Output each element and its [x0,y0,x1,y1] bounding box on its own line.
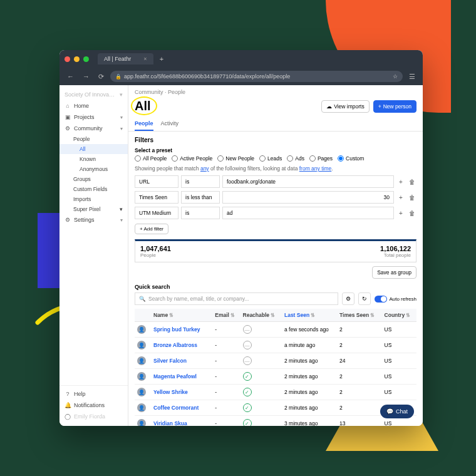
sidebar-item-groups[interactable]: Groups [59,174,128,184]
tab-title: All | Feathr [104,56,131,62]
add-filter-icon[interactable]: + [396,178,405,185]
person-name-link[interactable]: Viridian Skua [153,420,187,426]
column-header-reachable[interactable]: Reachable⇅ [241,309,282,322]
preset-ads[interactable]: Ads [287,155,304,162]
forward-button[interactable]: → [80,71,92,81]
user-icon: ◯ [65,413,71,420]
column-header-last-seen[interactable]: Last Seen⇅ [282,309,337,322]
auto-refresh-toggle[interactable]: Auto refresh [375,296,416,303]
sidebar-item-notifications[interactable]: 🔔Notifications [59,400,128,411]
sidebar-item-people[interactable]: People [59,134,128,144]
preset-new-people[interactable]: New People [217,155,254,162]
filter-row: Times Seenis less than30+🗑 [135,191,416,204]
close-window-icon[interactable] [65,56,70,62]
filter-operator-select[interactable]: is [181,207,220,219]
back-button[interactable]: ← [65,71,76,81]
table-row: 👤Magenta Peafowl-✓2 minutes ago2US [135,369,416,385]
chat-button[interactable]: 💬 Chat [380,405,414,418]
avatar: 👤 [137,403,146,412]
refresh-button[interactable]: ⟳ [96,71,106,82]
person-name-link[interactable]: Yellow Shrike [153,389,188,395]
sidebar-item-emily-fiorda[interactable]: ◯Emily Fiorda [59,411,128,422]
add-filter-icon[interactable]: + [396,210,405,217]
email-cell: - [212,400,240,416]
column-header-country[interactable]: Country⇅ [382,309,416,322]
sidebar-item-home[interactable]: ⌂Home [59,100,128,111]
filter-value-input[interactable]: 30 [222,191,394,204]
minimize-window-icon[interactable] [74,56,80,62]
time-range-link[interactable]: from any time [299,165,332,172]
address-bar[interactable]: 🔒 app.feathr.co/5f6e688b600690b341897710… [110,71,403,82]
add-filter-button[interactable]: + Add filter [135,224,168,234]
sort-icon: ⇅ [370,313,375,318]
match-any-link[interactable]: any [200,165,209,172]
reachable-cell: ✓ [241,400,282,416]
search-icon: 🔍 [139,296,146,302]
urlbar: ← → ⟳ 🔒 app.feathr.co/5f6e688b600690b341… [59,68,423,85]
browser-tab[interactable]: All | Feathr × [98,53,153,65]
person-name-link[interactable]: Magenta Peafowl [153,373,197,380]
star-icon[interactable]: ☆ [393,73,398,80]
person-name-link[interactable]: Spring bud Turkey [153,326,200,333]
settings-icon-button[interactable]: ⚙ [342,292,354,305]
sort-icon: ⇅ [230,313,235,318]
new-person-button[interactable]: + New person [373,100,416,113]
sidebar-item-anonymous[interactable]: Anonymous [59,164,128,174]
breadcrumb-link[interactable]: Community [135,89,163,95]
view-imports-button[interactable]: ☁ View imports [321,100,370,113]
reachable-icon: — [243,341,252,349]
sidebar-item-settings[interactable]: ⚙ Settings ▾ [59,214,128,225]
column-header-name[interactable]: Name⇅ [151,309,212,322]
person-name-link[interactable]: Coffee Cormorant [153,405,199,411]
person-name-link[interactable]: Bronze Albatross [153,342,197,348]
filter-field-select[interactable]: URL [135,175,178,188]
column-header-email[interactable]: Email⇅ [212,309,240,322]
save-as-group-button[interactable]: Save as group [372,266,416,279]
chevron-down-icon: ▾ [120,217,123,223]
preset-custom[interactable]: Custom [338,155,364,162]
breadcrumb-link[interactable]: People [168,89,185,95]
close-tab-icon[interactable]: × [143,56,147,62]
tab-people[interactable]: People [135,117,153,131]
menu-icon[interactable]: ☰ [406,71,418,82]
sidebar-item-all[interactable]: All [59,144,128,154]
sidebar-item-projects[interactable]: ▣Projects▾ [59,111,128,123]
refresh-icon-button[interactable]: ↻ [358,292,371,305]
preset-all-people[interactable]: All People [135,155,167,162]
preset-leads[interactable]: Leads [259,155,282,162]
sort-icon: ⇅ [406,313,410,318]
filter-operator-select[interactable]: is [181,175,220,188]
sort-icon: ⇅ [169,313,173,318]
filter-field-select[interactable]: UTM Medium [135,207,178,219]
filter-operator-select[interactable]: is less than [181,191,220,204]
sidebar-item-custom-fields[interactable]: Custom Fields [59,184,128,194]
preset-active-people[interactable]: Active People [172,155,212,162]
delete-filter-icon[interactable]: 🗑 [408,178,416,185]
maximize-window-icon[interactable] [83,56,89,62]
sidebar-item-community[interactable]: ⚙Community▾ [59,123,128,134]
filter-value-input[interactable]: ad [222,207,394,219]
search-input[interactable]: 🔍 Search by name, email, title, or compa… [135,292,338,305]
table-row: 👤Yellow Shrike-✓2 minutes ago2US [135,385,416,400]
new-tab-button[interactable]: + [157,54,166,64]
add-filter-icon[interactable]: + [396,194,405,201]
sidebar-item-help[interactable]: ?Help [59,388,128,400]
reachable-cell: ✓ [241,416,282,427]
last-seen-cell: 3 minutes ago [282,416,337,427]
sidebar-item-known[interactable]: Known [59,154,128,164]
delete-filter-icon[interactable]: 🗑 [408,210,416,217]
sidebar-item-super-pixel[interactable]: Super Pixel▾ [59,204,128,214]
preset-pages[interactable]: Pages [309,155,333,162]
sidebar-item-imports[interactable]: Imports [59,194,128,204]
person-name-link[interactable]: Silver Falcon [153,358,187,364]
tab-activity[interactable]: Activity [161,117,179,131]
filter-field-select[interactable]: Times Seen [135,191,178,204]
last-seen-cell: a minute ago [282,338,337,353]
filter-value-input[interactable]: foodbank.org/donate [222,175,394,188]
country-cell: US [382,385,416,400]
people-count: 1,047,641 [140,245,171,252]
delete-filter-icon[interactable]: 🗑 [408,194,416,201]
column-header-times-seen[interactable]: Times Seen⇅ [337,309,382,322]
org-switcher[interactable]: Society Of Innova… ▾ [59,89,128,100]
avatar: 👤 [137,325,146,334]
